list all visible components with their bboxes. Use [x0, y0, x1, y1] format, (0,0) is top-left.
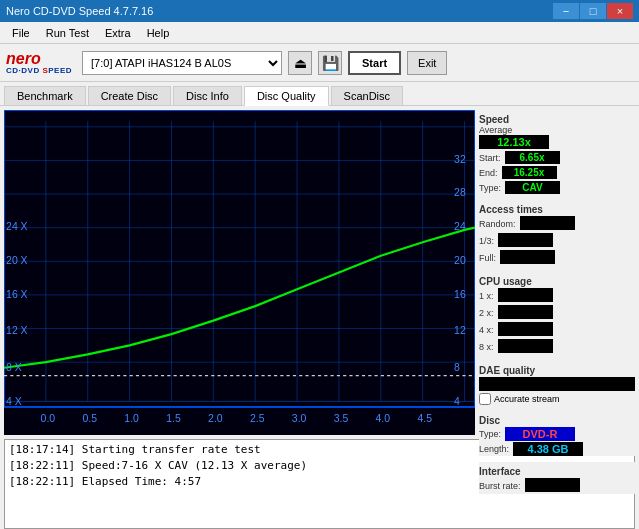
nero-logo: nero CD·DVD SPEED	[6, 51, 72, 75]
svg-text:3.5: 3.5	[334, 411, 349, 423]
random-label: Random:	[479, 219, 516, 229]
start-button[interactable]: Start	[348, 51, 401, 75]
dae-value-box	[479, 377, 635, 391]
svg-text:32: 32	[454, 152, 466, 164]
interface-title: Interface	[479, 466, 635, 477]
tab-disc-quality[interactable]: Disc Quality	[244, 86, 329, 106]
window-title: Nero CD-DVD Speed 4.7.7.16	[6, 5, 553, 17]
average-value: 12.13x	[479, 135, 549, 149]
accurate-stream-checkbox[interactable]	[479, 393, 491, 405]
svg-text:2.5: 2.5	[250, 411, 265, 423]
chart-svg: 4 X 8 X 12 X 16 X 20 X 24 X 4 8 12 16 20…	[4, 110, 475, 435]
burst-label: Burst rate:	[479, 481, 521, 491]
interface-section: Interface Burst rate:	[479, 462, 635, 494]
accurate-stream-row: Accurate stream	[479, 393, 635, 405]
titlebar: Nero CD-DVD Speed 4.7.7.16 − □ ×	[0, 0, 639, 22]
svg-text:4.0: 4.0	[376, 411, 391, 423]
minimize-button[interactable]: −	[553, 3, 579, 19]
tab-scandisc[interactable]: ScanDisc	[331, 86, 403, 105]
close-button[interactable]: ×	[607, 3, 633, 19]
average-label: Average	[479, 125, 635, 135]
svg-text:28: 28	[454, 186, 466, 198]
drive-select[interactable]: [7:0] ATAPI iHAS124 B AL0S	[82, 51, 282, 75]
svg-text:8 X: 8 X	[6, 361, 22, 373]
4x-label: 4 x:	[479, 325, 494, 335]
svg-text:12: 12	[454, 324, 466, 336]
disc-length-label: Length:	[479, 444, 509, 454]
save-icon-btn[interactable]: 💾	[318, 51, 342, 75]
svg-text:16: 16	[454, 288, 466, 300]
8x-label: 8 x:	[479, 342, 494, 352]
cpu-title: CPU usage	[479, 276, 635, 287]
start-value: 6.65x	[505, 151, 560, 164]
svg-text:4.5: 4.5	[417, 411, 432, 423]
eject-icon-btn[interactable]: ⏏	[288, 51, 312, 75]
speed-title: Speed	[479, 114, 635, 125]
burst-value-box	[525, 478, 580, 492]
access-title: Access times	[479, 204, 635, 215]
4x-value-box	[498, 322, 553, 336]
tab-disc-info[interactable]: Disc Info	[173, 86, 242, 105]
maximize-button[interactable]: □	[580, 3, 606, 19]
1x-label: 1 x:	[479, 291, 494, 301]
svg-text:0.5: 0.5	[83, 411, 98, 423]
third-value-box	[498, 233, 553, 247]
third-label: 1/3:	[479, 236, 494, 246]
disc-length-value: 4.38 GB	[513, 442, 583, 456]
menu-extra[interactable]: Extra	[97, 25, 139, 41]
svg-text:1.0: 1.0	[124, 411, 139, 423]
menu-runtest[interactable]: Run Test	[38, 25, 97, 41]
menubar: File Run Test Extra Help	[0, 22, 639, 44]
menu-help[interactable]: Help	[139, 25, 178, 41]
8x-value-box	[498, 339, 553, 353]
svg-text:8: 8	[454, 361, 460, 373]
dae-title: DAE quality	[479, 365, 635, 376]
tabs: Benchmark Create Disc Disc Info Disc Qua…	[0, 82, 639, 106]
speed-section: Speed Average 12.13x Start: 6.65x End: 1…	[479, 110, 635, 194]
right-panel: Speed Average 12.13x Start: 6.65x End: 1…	[479, 106, 639, 439]
tab-benchmark[interactable]: Benchmark	[4, 86, 86, 105]
svg-rect-0	[4, 110, 475, 435]
2x-value-box	[498, 305, 553, 319]
exit-button[interactable]: Exit	[407, 51, 447, 75]
svg-text:0.0: 0.0	[41, 411, 56, 423]
access-section: Access times Random: 1/3: Full:	[479, 200, 635, 266]
svg-text:12 X: 12 X	[6, 324, 28, 336]
full-value-box	[500, 250, 555, 264]
svg-text:3.0: 3.0	[292, 411, 307, 423]
svg-text:24: 24	[454, 220, 466, 232]
svg-text:20: 20	[454, 253, 466, 265]
window-controls: − □ ×	[553, 3, 633, 19]
end-value: 16.25x	[502, 166, 557, 179]
svg-text:4: 4	[454, 394, 460, 406]
svg-text:20 X: 20 X	[6, 253, 28, 265]
disc-type-value: DVD-R	[505, 427, 575, 441]
main-content: 4 X 8 X 12 X 16 X 20 X 24 X 4 8 12 16 20…	[0, 106, 639, 439]
random-value-box	[520, 216, 575, 230]
end-label: End:	[479, 168, 498, 178]
chart-container: 4 X 8 X 12 X 16 X 20 X 24 X 4 8 12 16 20…	[4, 110, 475, 435]
toolbar: nero CD·DVD SPEED [7:0] ATAPI iHAS124 B …	[0, 44, 639, 82]
svg-text:24 X: 24 X	[6, 220, 28, 232]
dae-section: DAE quality Accurate stream	[479, 361, 635, 405]
menu-file[interactable]: File	[4, 25, 38, 41]
nero-logo-text: nero	[6, 51, 41, 67]
nero-logo-subtitle: CD·DVD SPEED	[6, 67, 72, 75]
svg-text:16 X: 16 X	[6, 288, 28, 300]
accurate-stream-label: Accurate stream	[494, 394, 560, 404]
2x-label: 2 x:	[479, 308, 494, 318]
svg-text:2.0: 2.0	[208, 411, 223, 423]
svg-text:1.5: 1.5	[166, 411, 181, 423]
start-label: Start:	[479, 153, 501, 163]
disc-type-label: Type:	[479, 429, 501, 439]
type-value: CAV	[505, 181, 560, 194]
disc-title: Disc	[479, 415, 635, 426]
cpu-section: CPU usage 1 x: 2 x: 4 x: 8 x:	[479, 272, 635, 355]
type-label: Type:	[479, 183, 501, 193]
tab-create-disc[interactable]: Create Disc	[88, 86, 171, 105]
svg-text:4 X: 4 X	[6, 394, 22, 406]
disc-section: Disc Type: DVD-R Length: 4.38 GB	[479, 411, 635, 456]
1x-value-box	[498, 288, 553, 302]
full-label: Full:	[479, 253, 496, 263]
